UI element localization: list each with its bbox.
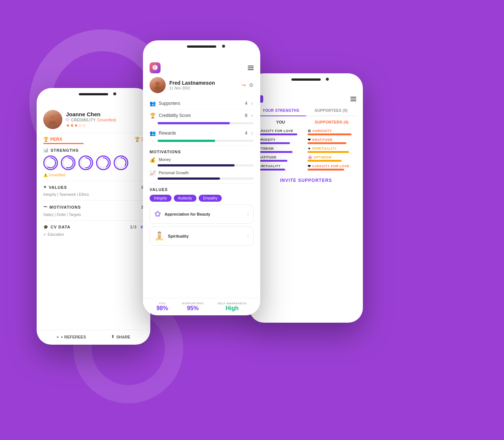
values-list: Integrity | Teamwork | Ethics [43,192,144,197]
growth-bar-container [158,177,254,180]
values-icon: ✦ [43,185,47,190]
credibility-score-value: 8 [245,113,247,118]
supporter-str-bar-5 [308,169,344,170]
strength-circle-3 [78,155,93,170]
tab-your-strengths[interactable]: YOUR STRENGTHS [256,106,306,116]
divider-3 [43,200,144,201]
invite-supporters-button[interactable]: INVITE SUPPORTERS [256,174,356,187]
rewards-label: Rewards [159,131,245,136]
supporter-str-row-1: ⚙ CURIOSITY [308,129,356,133]
rewards-stat-section[interactable]: 👥 Rewards 4 ∨ [150,127,254,142]
right-hamburger[interactable] [350,97,356,101]
center-profile-row: Fred Lastnameson 11 Nov 2002 ↪ ⚙ [150,77,254,93]
warning-icon: ⚠️ [43,173,48,177]
phone-notch-center [187,45,216,48]
you-strength-1: CAPACITY FOR LOVE [256,129,305,135]
strength-circle-5 [114,155,128,170]
credibility-stat-section[interactable]: 🏆 Credibility Score 8 ∨ [150,110,254,124]
motivation-money: 💰 Money [150,157,254,166]
trend-icon: 〜 [43,204,48,210]
supporter-icon-5: ❤ [308,164,311,169]
left-user-info: Joanne Chen 🛡 CREDIBILITY (Unverified) ★… [66,111,116,128]
supporters-footer-value: 95% [182,305,204,312]
motivation-money-label: Money [159,157,171,162]
values-section-title: ✦ VALUES 3 [43,185,144,190]
ham-line-3 [248,69,254,70]
right-tabs: YOUR STRENGTHS SUPPORTEES (0) [256,106,356,116]
motivation-growth-label: Personal Growth [159,170,189,175]
supporter-str-bar-1 [308,133,352,135]
svg-point-12 [155,82,160,86]
rewards-chevron: ∨ [250,131,254,136]
divider-4 [43,220,144,221]
phone-camera-center [222,45,225,48]
you-str-label-5: SPIRITUALITY [256,164,305,168]
credibility-row: 🛡 CREDIBILITY (Unverified) [66,118,116,122]
rewards-value: 4 [245,131,247,136]
supporter-str-row-2: ❤ GRATITUDE [308,138,356,142]
motivations-list: Salary | Order | Targets [43,213,144,217]
hamburger-menu[interactable] [248,66,254,70]
growth-icon: 📈 [150,170,156,176]
you-str-label-3: OPTIMISM [256,147,305,150]
tag-empathy: Empathy [199,195,222,202]
right-ham-3 [350,100,356,101]
spirituality-icon: 🧘 [154,231,164,241]
right-ham-2 [350,99,356,99]
strength-card-beauty[interactable]: ✿ Appreciation for Beauty › [150,205,254,224]
credibility-chevron: ∨ [250,113,254,118]
settings-gear-icon[interactable]: ⚙ [249,82,254,88]
divider-center-1 [150,146,254,146]
share-button[interactable]: ⬆ SHARE [111,334,130,339]
you-str-label-1: CAPACITY FOR LOVE [256,129,305,133]
money-bar-container [158,164,254,166]
rewards-icon: 👥 [150,130,156,136]
center-footer: YOU 98% SUPPORTERS 95% SELF-AWARENESS Hi… [143,298,260,315]
strength-card-spirituality[interactable]: 🧘 Spirituality › [150,227,254,246]
referees-button[interactable]: + + REFEREES [56,334,86,339]
motivations-section-title: 〜 MOTIVATIONS 3 [43,204,144,210]
strength-circles-container [43,155,144,170]
supporters-footer-label: SUPPORTERS [182,302,204,305]
perx-label: 🏆 PERX [43,137,62,142]
tab-supportees[interactable]: SUPPORTEES (0) [306,106,356,115]
svg-point-0 [50,115,55,121]
avatar-left [43,110,62,129]
you-str-bar-4 [256,160,287,162]
you-str-bar-2 [256,142,290,144]
cv-education-row: ✓ Education [43,232,144,236]
strength-circle-1 [43,155,58,170]
phone-camera-left [113,92,116,95]
supporter-str-label-3: SPIRITUALITY [312,147,337,150]
motivation-growth: 📈 Personal Growth [150,170,254,180]
tag-integrity: Integrity [150,195,172,202]
divider-2 [43,181,144,181]
tag-audacity: Audacity [174,195,196,202]
phone-left: Joanne Chen 🛡 CREDIBILITY (Unverified) ★… [37,88,150,345]
growth-bar [158,177,220,180]
rewards-bar [158,140,215,142]
supporter-str-row-4: 🌸 OPTIMISM [308,155,356,160]
footer-you-stat: YOU 98% [157,302,168,312]
profile-action-icons: ↪ ⚙ [242,82,254,88]
supporter-icon-4: 🌸 [308,155,313,160]
money-bar [158,164,235,166]
share-arrow-icon[interactable]: ↪ [242,82,246,88]
supporter-str-row-5: ❤ CAPACITY FOR LOVE [308,164,356,169]
ham-line-2 [248,67,254,68]
app-logo [150,62,161,73]
supporters-stat-row[interactable]: 👥 Supporters 4 ∨ [150,98,254,110]
you-label: YOU [157,302,168,305]
motivation-money-row: 💰 Money [150,157,254,163]
supporter-str-label-5: CAPACITY FOR LOVE [312,164,349,168]
perx-row: 🏆 PERX 🏆 3 [43,137,144,142]
right-header [256,95,356,103]
supporter-str-row-3: ✦ SPIRITUALITY [308,146,356,151]
footer-supporters-stat: SUPPORTERS 95% [182,302,204,312]
values-title-center: VALUES [150,187,254,192]
bar-chart-icon: 📊 [43,148,49,153]
supporter-icon-3: ✦ [308,146,311,151]
supporters-chevron: ∨ [250,101,254,106]
unverified-badge: ⚠️ Unverified [43,173,144,177]
credibility-score-label: Credibility Score [159,113,245,118]
